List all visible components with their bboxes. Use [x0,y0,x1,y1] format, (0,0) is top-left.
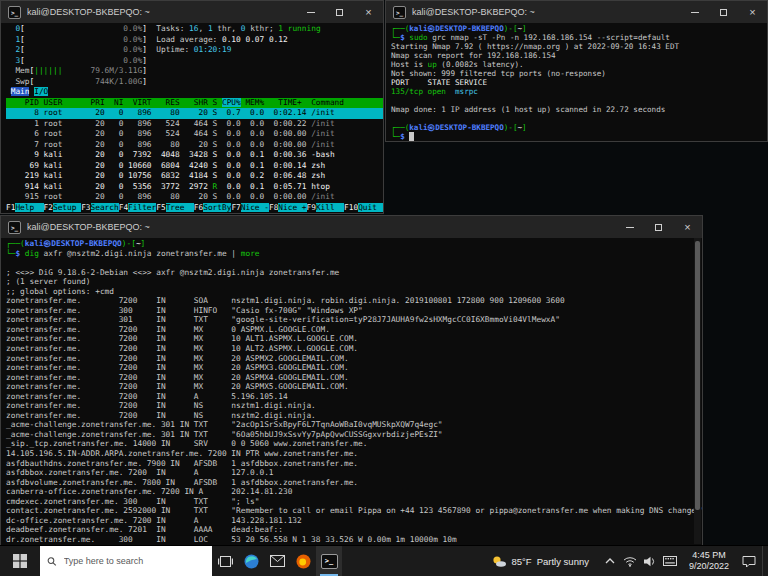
scrollbar-thumb[interactable] [695,241,700,510]
weather-temperature: 85°F [512,556,532,567]
maximize-icon [655,224,662,231]
nmap-terminal-content[interactable]: ┌──(kali㉿DESKTOP-BKBEPQO)-[~]└─$ sudo gr… [386,23,767,141]
task-view-icon [218,555,233,568]
terminal-line: zonetransfer.me. 7200 IN NS nsztm2.digi.… [6,411,702,421]
terminal-line: zonetransfer.me. 7200 IN MX 20 ASPMX3.GO… [6,363,702,373]
window-dig: >_ kali@DESKTOP-BKBEPQO: ~ × ┌──(kali㉿DE… [0,215,703,546]
htop-titlebar[interactable]: >_ kali@DESKTOP-BKBEPQO: ~ × [1,1,383,23]
close-button[interactable]: × [673,216,702,238]
htop-terminal-content[interactable]: 0[ 0.0%] Tasks: 16, 1 thr, 0 kthr; 1 run… [1,23,383,213]
terminal-app-button[interactable]: >_ [316,546,342,576]
hidden-icons-button[interactable] [601,546,619,576]
close-icon: × [365,7,371,18]
terminal-line: zonetransfer.me. 7200 IN MX 10 ALT1.ASPM… [6,334,702,344]
close-button[interactable]: × [738,1,767,23]
task-view-button[interactable] [212,546,238,576]
nmap-titlebar[interactable]: >_ kali@DESKTOP-BKBEPQO: ~ × [386,1,767,23]
weather-condition: Partly sunny [537,556,589,567]
terminal-line: asfdbauthdns.zonetransfer.me. 7900 IN AF… [6,459,702,469]
terminal-line: ;; global options: +cmd [6,287,702,297]
taskbar-empty-area [342,546,482,576]
terminal-line: cmdexec.zonetransfer.me. 300 IN TXT "; l… [6,497,702,507]
terminal-line: zonetransfer.me. 7200 IN A 5.196.105.14 [6,392,702,402]
clock-date: 9/20/2022 [689,561,729,572]
terminal-line: 1 root 20 0 896 524 464 S 0.0 0.0 0:00.2… [6,119,383,130]
terminal-line: 2[ 0.0%] Uptime: 01:20:19 [6,45,383,56]
terminal-line: 0[ 0.0%] Tasks: 16, 1 thr, 0 kthr; 1 run… [6,24,383,35]
terminal-line: zonetransfer.me. 7200 IN MX 0 ASPMX.L.GO… [6,325,702,335]
terminal-line: └─$ sudo grc nmap -sT -Pn -n 192.168.186… [391,33,767,42]
search-input[interactable] [62,555,205,567]
clock-time: 4:45 PM [692,550,726,561]
window-nmap: >_ kali@DESKTOP-BKBEPQO: ~ × ┌──(kali㉿DE… [385,0,768,142]
terminal-line: ┌──(kali㉿DESKTOP-BKBEPQO)-[~] [391,24,767,33]
mail-button[interactable] [264,546,290,576]
terminal-app-icon: >_ [8,6,21,19]
edge-button[interactable] [238,546,264,576]
terminal-line: zonetransfer.me. 7200 IN SOA nsztm1.digi… [6,296,702,306]
terminal-line: _sip._tcp.zonetransfer.me. 14000 IN SRV … [6,439,702,449]
close-icon: × [684,222,690,233]
maximize-icon [336,9,343,16]
terminal-line: zonetransfer.me. 7200 IN MX 10 ALT2.ASPM… [6,344,702,354]
dig-terminal-content[interactable]: ┌──(kali㉿DESKTOP-BKBEPQO)-[~]└─$ dig axf… [1,238,702,545]
touch-keyboard-button[interactable] [661,546,679,576]
terminal-line: 9 kali 20 0 7392 4048 3428 S 0.0 0.1 0:0… [6,150,383,161]
show-desktop-button[interactable] [762,546,768,576]
terminal-line: 3[ 0.0%] [6,56,383,67]
minimize-button[interactable] [615,216,644,238]
terminal-line: ┌──(kali㉿DESKTOP-BKBEPQO)-[~] [6,239,702,249]
scrollbar[interactable] [694,238,701,544]
terminal-line: canberra-office.zonetransfer.me. 7200 IN… [6,487,702,497]
maximize-icon [720,9,727,16]
terminal-line: zonetransfer.me. 300 IN HINFO "Casio fx-… [6,306,702,316]
taskbar-search[interactable] [40,546,212,576]
weather-widget[interactable]: 85°F Partly sunny [482,546,598,576]
terminal-line: contact.zonetransfer.me. 2592000 IN TXT … [6,506,702,516]
terminal-line: 6 root 20 0 896 524 464 S 0.0 0.0 0:00.0… [6,129,383,140]
terminal-line: PID USER PRI NI VIRT RES SHR S CPU% MEM%… [6,98,383,109]
terminal-line [6,258,702,268]
network-button[interactable] [621,546,639,576]
terminal-line: ┌──(kali㉿DESKTOP-BKBEPQO)-[~] [391,123,767,132]
terminal-line: ; (1 server found) [6,277,702,287]
terminal-line: 7 root 20 0 896 80 20 S 0.0 0.0 0:00.00 … [6,140,383,151]
terminal-line: zonetransfer.me. 7200 IN MX 20 ASPMX5.GO… [6,382,702,392]
terminal-line: Host is up (0.0082s latency). [391,60,767,69]
dig-titlebar[interactable]: >_ kali@DESKTOP-BKBEPQO: ~ × [1,216,702,238]
terminal-app-icon: >_ [8,221,21,234]
terminal-line: _acme-challenge.zonetransfer.me. 301 IN … [6,420,702,430]
terminal-line: deadbeef.zonetransfer.me. 7201 IN AAAA d… [6,525,702,535]
minimize-icon [691,12,699,13]
terminal-line: 14.105.196.5.IN-ADDR.ARPA.zonetransfer.m… [6,449,702,459]
volume-button[interactable] [641,546,659,576]
terminal-line: 69 kali 20 0 10660 6804 4240 S 0.0 0.1 0… [6,161,383,172]
terminal-line: zonetransfer.me. 7200 IN NS nsztm1.digi.… [6,401,702,411]
terminal-line: Swp[ 744K/1.00G] [6,77,383,88]
terminal-line: dc-office.zonetransfer.me. 7200 IN A 143… [6,516,702,526]
firefox-button[interactable] [290,546,316,576]
minimize-icon [307,12,315,13]
terminal-line: Not shown: 999 filtered tcp ports (no-re… [391,69,767,78]
window-title: kali@DESKTOP-BKBEPQO: ~ [412,7,680,17]
close-button[interactable]: × [354,1,383,23]
terminal-line: └─$ [391,132,767,141]
start-button[interactable] [0,546,40,576]
action-center-button[interactable] [736,546,762,576]
terminal-line: PORT STATE SERVICE [391,78,767,87]
action-center-icon [742,555,756,568]
maximize-button[interactable] [644,216,673,238]
keyboard-icon [663,556,677,566]
minimize-button[interactable] [296,1,325,23]
clock[interactable]: 4:45 PM 9/20/2022 [682,546,736,576]
terminal-line: zonetransfer.me. 301 IN TXT "google-site… [6,315,702,325]
maximize-button[interactable] [325,1,354,23]
search-icon [47,556,57,567]
partly-sunny-icon [491,555,507,568]
minimize-button[interactable] [680,1,709,23]
terminal-line: ; <<>> DiG 9.18.6-2-Debian <<>> axfr @ns… [6,268,702,278]
edge-icon [244,554,259,569]
maximize-button[interactable] [709,1,738,23]
terminal-line: asfdbbox.zonetransfer.me. 7200 IN A 127.… [6,468,702,478]
terminal-icon: >_ [321,554,338,569]
